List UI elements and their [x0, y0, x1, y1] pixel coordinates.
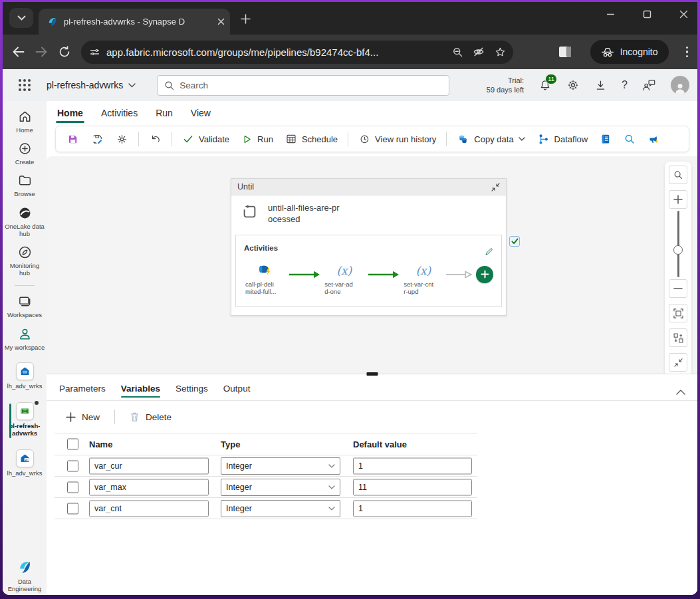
browser-tab[interactable]: pl-refresh-advwrks - Synapse D: [39, 9, 230, 35]
settings-gear-icon[interactable]: [566, 78, 580, 92]
zoom-slider-thumb[interactable]: [673, 245, 683, 255]
collapse-icon[interactable]: [491, 183, 500, 191]
pipeline-settings-button[interactable]: [110, 128, 134, 150]
variable-default-input[interactable]: [353, 500, 472, 517]
notebook-button[interactable]: [594, 128, 617, 150]
variable-type-select[interactable]: Integer: [221, 479, 340, 496]
until-activity-card[interactable]: Until until-all-files-are-pr ocessed: [231, 178, 507, 316]
view-run-history-button[interactable]: View run history: [353, 128, 441, 150]
activity-node-set-var-cntr-upd[interactable]: (x) set-var-cnt r-upd: [402, 263, 444, 296]
panel-drag-handle[interactable]: [366, 372, 378, 376]
validate-button[interactable]: Validate: [177, 128, 235, 150]
connector-arrow-green: [289, 271, 320, 279]
bookmark-star-icon[interactable]: [491, 43, 509, 61]
forward-icon[interactable]: [35, 47, 48, 57]
new-tab-button[interactable]: [241, 14, 251, 24]
save-button[interactable]: [61, 128, 84, 150]
sidebar-item-browse[interactable]: Browse: [3, 173, 47, 197]
browser-menu-icon[interactable]: [686, 47, 689, 58]
refresh-icon[interactable]: [58, 46, 70, 58]
zoom-to-fit-button[interactable]: [669, 304, 687, 322]
chevron-down-icon[interactable]: [128, 83, 136, 88]
sidebar-item-my-workspace[interactable]: My workspace: [3, 326, 47, 351]
tab-view[interactable]: View: [191, 108, 211, 123]
zoom-in-button[interactable]: [669, 190, 687, 209]
save-as-button[interactable]: [86, 128, 109, 150]
tab-settings[interactable]: Settings: [175, 384, 208, 400]
incognito-badge[interactable]: Incognito: [590, 40, 669, 64]
tab-close-icon[interactable]: [217, 18, 225, 25]
sidebar-item-pipeline-selected[interactable]: pl-refresh-advwrks: [3, 402, 47, 437]
variable-name-input[interactable]: [89, 457, 209, 474]
variable-type-select[interactable]: Integer: [221, 500, 340, 517]
row-checkbox[interactable]: [67, 481, 78, 493]
tab-output[interactable]: Output: [223, 384, 251, 400]
until-activity-name[interactable]: until-all-files-are-pr ocessed: [268, 203, 340, 225]
row-checkbox[interactable]: [67, 460, 78, 471]
variable-default-input[interactable]: [353, 457, 472, 474]
sidebar-item-lakehouse-1[interactable]: lh_adv_wrks: [3, 362, 47, 390]
global-search[interactable]: [157, 75, 449, 96]
variable-name-input[interactable]: [89, 479, 209, 495]
variable-name-input[interactable]: [89, 500, 209, 517]
add-activity-button[interactable]: [476, 266, 493, 283]
collapse-panel-chevron-icon[interactable]: [676, 389, 685, 400]
url-text[interactable]: app.fabric.microsoft.com/groups/me/pipel…: [106, 47, 445, 58]
edit-activities-pencil-icon[interactable]: [484, 246, 495, 257]
zoom-slider[interactable]: [669, 211, 687, 277]
new-variable-button[interactable]: New: [66, 412, 100, 422]
activity-node-set-var-add-one[interactable]: (x) set-var-ad d-one: [323, 263, 365, 296]
eye-off-icon[interactable]: [469, 43, 488, 61]
account-avatar[interactable]: [671, 76, 689, 94]
sidebar-item-workspaces[interactable]: Workspaces: [3, 294, 47, 318]
undo-button[interactable]: [144, 128, 167, 150]
delete-variable-button[interactable]: Delete: [130, 412, 172, 422]
until-header[interactable]: Until: [231, 179, 506, 195]
reset-zoom-button[interactable]: [669, 328, 687, 347]
feedback-icon[interactable]: [642, 79, 656, 92]
tab-run[interactable]: Run: [156, 108, 173, 123]
sidebar-item-create[interactable]: Create: [3, 141, 47, 166]
url-bar[interactable]: app.fabric.microsoft.com/groups/me/pipel…: [81, 41, 513, 64]
tab-variables[interactable]: Variables: [121, 384, 160, 400]
zoom-out-icon[interactable]: [448, 43, 467, 61]
tab-search-button[interactable]: [9, 8, 33, 28]
activity-selected-checkbox[interactable]: [509, 236, 520, 247]
sidebar-item-monitoring-hub[interactable]: Monitoring hub: [3, 245, 47, 277]
dataflow-button[interactable]: Dataflow: [532, 128, 594, 150]
pipeline-canvas[interactable]: Until until-all-files-are-pr ocessed: [47, 156, 697, 374]
pipeline-title[interactable]: pl-refresh-advwrks: [47, 80, 123, 90]
close-icon[interactable]: [679, 10, 688, 19]
tab-home[interactable]: Home: [57, 108, 83, 123]
zoom-out-button[interactable]: [669, 279, 687, 298]
collapse-panel-button[interactable]: [669, 353, 687, 372]
download-icon[interactable]: [594, 79, 607, 92]
sidebar-item-lakehouse-2[interactable]: lh_adv_wrks: [3, 449, 47, 477]
find-button[interactable]: [618, 128, 641, 150]
side-panel-icon[interactable]: [558, 46, 572, 58]
copy-data-button[interactable]: Copy data: [451, 128, 530, 150]
variable-default-input[interactable]: [353, 479, 472, 495]
announce-button[interactable]: [642, 128, 665, 150]
sidebar-item-onelake-data-hub[interactable]: OneLake data hub: [3, 205, 47, 237]
tab-activities[interactable]: Activities: [101, 108, 138, 123]
activity-node-call-pipeline[interactable]: call-pl-deli mited-full...: [244, 263, 286, 296]
search-input[interactable]: [179, 80, 442, 90]
maximize-icon[interactable]: [643, 10, 651, 19]
schedule-button[interactable]: Schedule: [280, 128, 343, 150]
back-icon[interactable]: [12, 47, 25, 57]
row-checkbox[interactable]: [67, 503, 78, 514]
sidebar-item-home[interactable]: Home: [3, 109, 47, 134]
help-icon[interactable]: ?: [622, 79, 628, 91]
notifications-button[interactable]: 11: [538, 78, 552, 92]
minimize-icon[interactable]: [606, 10, 615, 19]
variable-type-select[interactable]: Integer: [221, 457, 340, 475]
until-activities-box[interactable]: Activities call-pl-deli mited-full...: [235, 235, 502, 307]
sidebar-item-data-engineering[interactable]: Data Engineering: [3, 559, 47, 592]
waffle-menu-icon[interactable]: [3, 79, 47, 91]
select-all-checkbox[interactable]: [67, 439, 78, 450]
canvas-search-button[interactable]: [669, 166, 687, 184]
run-button[interactable]: Run: [236, 128, 279, 150]
tab-parameters[interactable]: Parameters: [59, 384, 106, 400]
site-settings-icon[interactable]: [85, 43, 104, 61]
